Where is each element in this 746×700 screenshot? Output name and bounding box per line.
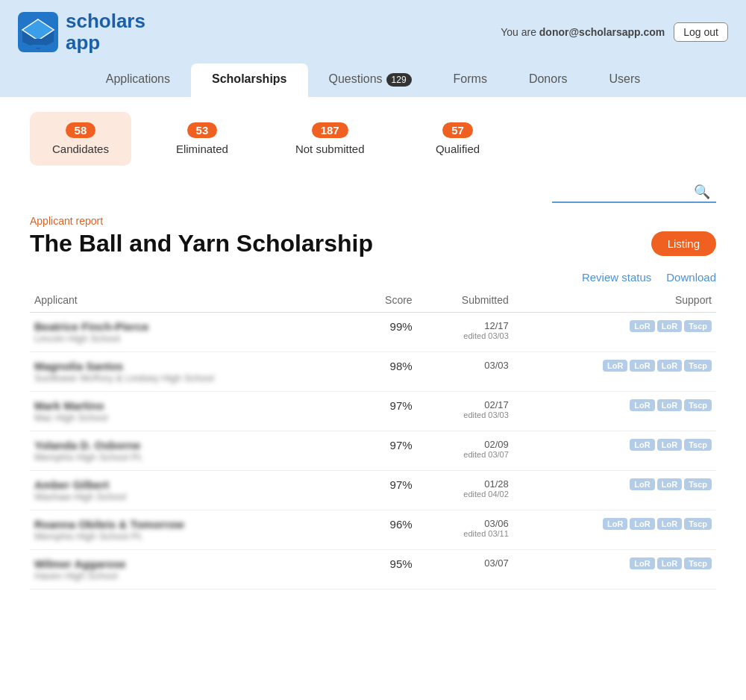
submitted-cell: 01/28 edited 04/02 (417, 470, 513, 510)
logout-button[interactable]: Log out (674, 22, 728, 42)
submitted-cell: 03/06 edited 03/11 (417, 510, 513, 549)
applicant-school: Sunflower McRory & Lindsey High School (34, 372, 350, 384)
lor-badge: LoR (630, 478, 654, 490)
tscp-badge: Tscp (684, 320, 712, 332)
stats-row: 58 Candidates 53 Eliminated 187 Not subm… (30, 112, 716, 166)
applicant-name[interactable]: Magnolia Santos (34, 360, 350, 372)
table-row[interactable]: Mark Martino Mac High School 97% 02/17 e… (30, 391, 716, 431)
report-title-row: The Ball and Yarn Scholarship Listing (30, 230, 716, 257)
tscp-badge: Tscp (684, 399, 712, 411)
stat-candidates[interactable]: 58 Candidates (30, 112, 131, 166)
qualified-label: Qualified (436, 143, 480, 155)
support-badges: LoRLoRTscp (518, 320, 712, 332)
score-cell: 97% (354, 470, 417, 510)
edited-date: edited 03/03 (421, 410, 509, 419)
nav-item-scholarships[interactable]: Scholarships (191, 63, 307, 97)
candidates-label: Candidates (52, 143, 109, 155)
submitted-date: 03/07 (421, 557, 509, 569)
submitted-cell: 02/09 edited 03/07 (417, 431, 513, 470)
table-row[interactable]: Amber Gilbert Waxhaw High School 97% 01/… (30, 470, 716, 510)
header-right: You are donor@scholarsapp.com Log out (501, 22, 728, 42)
logo-text: scholars app (66, 10, 145, 53)
col-applicant: Applicant (30, 288, 354, 313)
applicant-name[interactable]: Roanna Obileis & Tomorrow (34, 518, 350, 531)
submitted-date: 12/17 (421, 320, 509, 331)
candidates-count: 58 (66, 122, 96, 138)
score-cell: 99% (354, 312, 417, 351)
col-support: Support (513, 288, 716, 313)
download-link[interactable]: Download (666, 271, 716, 284)
tscp-badge: Tscp (684, 360, 712, 372)
submitted-date: 02/17 (421, 399, 509, 410)
applicant-cell: Wilmer Aggarose Haven High School (30, 549, 354, 589)
lor-badge: LoR (630, 439, 654, 451)
table-row[interactable]: Roanna Obileis & Tomorrow Memphis High S… (30, 510, 716, 549)
nav-item-forms[interactable]: Forms (433, 63, 508, 97)
stat-qualified[interactable]: 57 Qualified (409, 112, 506, 166)
applicant-cell: Mark Martino Mac High School (30, 391, 354, 431)
nav-item-applications[interactable]: Applications (85, 63, 191, 97)
eliminated-count: 53 (187, 122, 218, 138)
not-submitted-count: 187 (312, 122, 348, 138)
listing-button[interactable]: Listing (651, 231, 716, 256)
questions-badge: 129 (386, 73, 412, 87)
support-cell: LoRLoRTscp (513, 391, 716, 431)
lor-badge: LoR (630, 518, 654, 530)
stat-not-submitted[interactable]: 187 Not submitted (273, 112, 387, 166)
table-controls: Review status Download (30, 271, 716, 284)
table-row[interactable]: Wilmer Aggarose Haven High School 95% 03… (30, 549, 716, 589)
table-row[interactable]: Magnolia Santos Sunflower McRory & Linds… (30, 351, 716, 391)
tscp-badge: Tscp (684, 439, 712, 451)
applicant-name[interactable]: Beatrice Finch-Pierce (34, 320, 350, 333)
user-info: You are donor@scholarsapp.com (501, 26, 665, 38)
submitted-date: 02/09 (421, 439, 509, 450)
tscp-badge: Tscp (684, 557, 712, 569)
nav-item-users[interactable]: Users (588, 63, 661, 97)
stat-eliminated[interactable]: 53 Eliminated (154, 112, 251, 166)
applicant-cell: Yolanda D. Osborne Memphis High School P… (30, 431, 354, 470)
lor-badge: LoR (630, 557, 654, 569)
search-button[interactable]: 🔍 (694, 184, 710, 200)
edited-date: edited 04/02 (421, 490, 509, 499)
applicant-cell: Beatrice Finch-Pierce Lincoln High Schoo… (30, 312, 354, 351)
support-cell: LoRLoRTscp (513, 470, 716, 510)
nav-item-donors[interactable]: Donors (508, 63, 589, 97)
support-cell: LoRLoRLoRTscp (513, 351, 716, 391)
applicant-name[interactable]: Mark Martino (34, 399, 350, 412)
edited-date: edited 03/07 (421, 450, 509, 459)
support-cell: LoRLoRTscp (513, 312, 716, 351)
support-badges: LoRLoRTscp (518, 557, 712, 569)
support-badges: LoRLoRTscp (518, 478, 712, 490)
score-cell: 97% (354, 431, 417, 470)
applicant-name[interactable]: Yolanda D. Osborne (34, 439, 350, 451)
applicant-name[interactable]: Wilmer Aggarose (34, 557, 350, 570)
table-row[interactable]: Yolanda D. Osborne Memphis High School P… (30, 431, 716, 470)
tscp-badge: Tscp (684, 478, 712, 490)
main-content: 58 Candidates 53 Eliminated 187 Not subm… (0, 97, 746, 604)
support-cell: LoRLoRLoRTscp (513, 510, 716, 549)
lor-badge: LoR (657, 518, 682, 530)
applicant-school: Memphis High School Pt. (34, 451, 350, 463)
submitted-cell: 12/17 edited 03/03 (417, 312, 513, 351)
applicant-name[interactable]: Amber Gilbert (34, 478, 350, 491)
lor-badge: LoR (657, 360, 682, 372)
logo-icon (18, 12, 58, 52)
score-cell: 98% (354, 351, 417, 391)
score-cell: 95% (354, 549, 417, 589)
lor-badge: LoR (630, 360, 654, 372)
review-status-link[interactable]: Review status (582, 271, 651, 284)
applicant-cell: Roanna Obileis & Tomorrow Memphis High S… (30, 510, 354, 549)
table-row[interactable]: Beatrice Finch-Pierce Lincoln High Schoo… (30, 312, 716, 351)
lor-badge: LoR (657, 439, 682, 451)
search-box: 🔍 (552, 184, 716, 203)
header: scholars app You are donor@scholarsapp.c… (0, 0, 746, 63)
not-submitted-label: Not submitted (295, 143, 365, 155)
applicant-table: Applicant Score Submitted Support Beatri… (30, 288, 716, 590)
lor-badge: LoR (603, 518, 627, 530)
applicant-school: Haven High School (34, 570, 350, 581)
applicant-school: Lincoln High School (34, 333, 350, 344)
submitted-date: 01/28 (421, 478, 509, 490)
main-nav: Applications Scholarships Questions129 F… (0, 63, 746, 97)
nav-item-questions[interactable]: Questions129 (308, 63, 433, 97)
search-input[interactable] (552, 185, 694, 198)
